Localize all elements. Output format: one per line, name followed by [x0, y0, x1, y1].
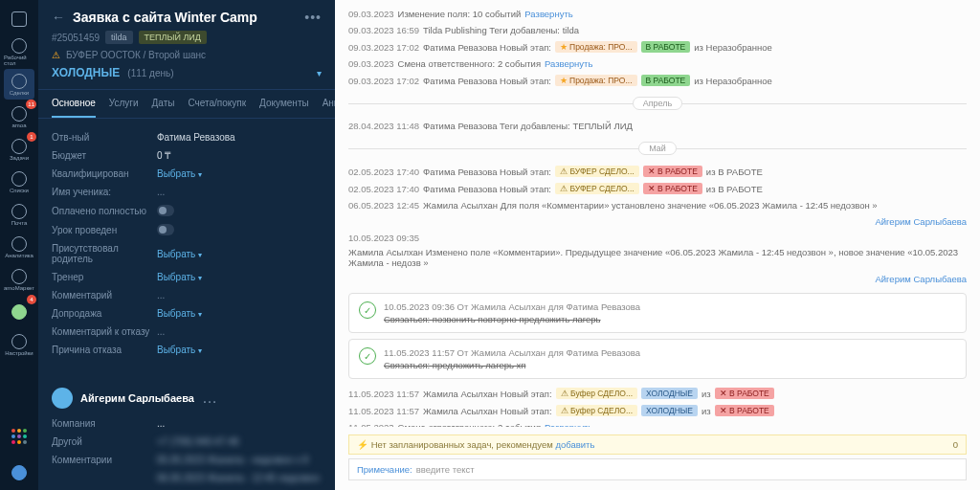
timeline-event: 09.03.2023 16:59 Tilda Publishing Теги д… — [348, 22, 967, 38]
analytics-icon — [11, 236, 27, 252]
market-icon — [11, 269, 27, 284]
deal-id: #25051459 — [52, 33, 100, 43]
check-icon: ✓ — [359, 301, 376, 319]
field-label: Тренер — [52, 272, 157, 282]
timeline-event: 11.05.2023 11:57 Жамила Асылхан Новый эт… — [348, 385, 967, 402]
event-user-link[interactable]: Айгерим Сарлыбаева — [348, 213, 967, 230]
apps-icon[interactable] — [6, 423, 33, 450]
field-select[interactable]: Выбрать ▾ — [157, 168, 322, 179]
tab-invoices[interactable]: Счета/покупк — [188, 90, 246, 118]
status-chip: ⚠ Буфер СДЕЛО... — [556, 405, 637, 416]
expand-link[interactable]: Развернуть — [545, 58, 592, 69]
field-value[interactable]: Фатима Ревазова — [157, 132, 322, 143]
status-chip: ★ Продажа: ПРО... — [555, 75, 637, 86]
user-icon — [11, 304, 27, 320]
pipeline-label: БУФЕР ООСТОК / Второй шанс — [66, 50, 206, 60]
timeline-event: 09.03.2023 17:02 Фатима Ревазова Новый э… — [348, 72, 967, 89]
toggle[interactable] — [157, 205, 174, 216]
deals-icon — [11, 74, 27, 89]
tab-main[interactable]: Основное — [52, 90, 96, 118]
field-select[interactable]: Выбрать ▾ — [157, 249, 322, 259]
toggle[interactable] — [157, 224, 174, 235]
tasks-icon — [11, 139, 27, 154]
contact-field[interactable]: ... — [157, 418, 322, 429]
timeline: 09.03.2023 Изменение поля: 10 событий Ра… — [335, 0, 980, 490]
sidebar-item-lists[interactable]: Списки — [4, 167, 34, 197]
badge: 1 — [27, 132, 36, 142]
stage-selector[interactable]: ХОЛОДНЫЕ (111 день) ▾ — [52, 66, 322, 79]
nav-sidebar: Рабочий стол Сделки amoa11 Задачи1 Списк… — [0, 0, 38, 490]
contact-field[interactable]: +7 (706) 940-47-46 — [157, 436, 322, 447]
add-task-link[interactable]: добавить — [555, 439, 594, 450]
tab-docs[interactable]: Документы — [259, 90, 309, 118]
status-chip: ХОЛОДНЫЕ — [641, 388, 698, 399]
field-label: Комментарий — [52, 290, 157, 301]
timeline-event: 11.05.2023 11:57 Жамила Асылхан Новый эт… — [348, 402, 967, 419]
field-value[interactable]: ... — [157, 187, 322, 197]
lists-icon — [11, 171, 27, 187]
source-tag[interactable]: tilda — [105, 31, 133, 44]
chat-icon — [11, 106, 27, 122]
task-card[interactable]: ✓10.05.2023 09:36 От Жамила Асылхан для … — [348, 293, 967, 333]
expand-link[interactable]: Развернуть — [524, 9, 572, 19]
contact-section[interactable]: Айгерим Сарлыбаева … — [52, 378, 322, 414]
field-select[interactable]: Выбрать ▾ — [157, 345, 322, 355]
chevron-down-icon: ▾ — [317, 68, 322, 78]
field-select[interactable]: Выбрать ▾ — [157, 272, 322, 282]
sidebar-item-mail[interactable]: Почта — [4, 199, 34, 230]
sidebar-item-market[interactable]: amoМаркет — [4, 264, 34, 295]
more-menu-icon[interactable]: ••• — [304, 10, 322, 25]
status-chip: ✕ В РАБОТЕ — [643, 183, 702, 194]
sidebar-item-settings[interactable]: Настройки — [4, 329, 34, 360]
task-card[interactable]: ✓11.05.2023 11:57 От Жамила Асылхан для … — [348, 339, 967, 379]
warning-counter: 0 — [953, 439, 958, 450]
sidebar-item-analytics[interactable]: Аналитика — [4, 232, 34, 262]
no-tasks-warning: ⚡ Нет запланированных задач, рекомендуем… — [348, 434, 967, 455]
sidebar-item-deals[interactable]: Сделки — [4, 69, 34, 100]
field-label: Бюджет — [52, 150, 157, 161]
status-chip: ✕ В РАБОТЕ — [715, 388, 774, 399]
contact-name: Айгерим Сарлыбаева — [80, 392, 194, 404]
status-chip: ⚠ БУФЕР СДЕЛО... — [555, 183, 639, 194]
contact-field[interactable]: 05.05.2023 Жанила - недозвон х 8 — [157, 455, 322, 465]
stage-name: ХОЛОДНЫЕ — [52, 66, 120, 79]
gear-icon — [11, 334, 27, 349]
sidebar-item-user[interactable]: 4 — [4, 297, 34, 327]
field-label: Отв-ный — [52, 132, 157, 143]
back-button[interactable]: ← — [52, 10, 65, 25]
timeline-event: 28.04.2023 11:48 Фатима Ревазова Теги до… — [348, 118, 967, 134]
timeline-event: 09.03.2023 Смена ответственного: 2 событ… — [348, 56, 967, 72]
badge: 4 — [27, 295, 36, 304]
field-label: Оплачено полностью — [52, 206, 157, 216]
field-value[interactable]: ... — [157, 290, 322, 301]
bulb-icon[interactable] — [6, 459, 33, 486]
field-value[interactable]: ... — [157, 326, 322, 337]
sidebar-item-tasks[interactable]: Задачи1 — [4, 134, 34, 165]
sidebar-item-bag[interactable] — [4, 4, 34, 34]
desktop-icon — [11, 38, 27, 54]
tab-dates[interactable]: Даты — [152, 90, 175, 118]
status-chip: ★ Продажа: ПРО... — [555, 41, 637, 53]
panel-tabs: Основное Услуги Даты Счета/покупк Докуме… — [38, 90, 335, 119]
month-divider: Апрель — [633, 97, 683, 110]
check-icon: ✓ — [359, 347, 376, 365]
note-input[interactable]: Примечание:введите текст — [348, 458, 967, 480]
avatar — [52, 388, 73, 409]
sidebar-item-desktop[interactable]: Рабочий стол — [4, 36, 34, 67]
sidebar-item-chat[interactable]: amoa11 — [4, 101, 34, 132]
timeline-event: 02.05.2023 17:40 Фатима Ревазова Новый э… — [348, 180, 967, 197]
field-label: Имя ученика: — [52, 187, 157, 197]
contact-field[interactable]: 06.05.2023 Жанила - 12:45 недозвон — [157, 473, 322, 483]
status-chip: ✕ В РАБОТЕ — [715, 405, 774, 416]
status-chip: ✕ В РАБОТЕ — [643, 166, 702, 177]
warm-tag[interactable]: ТЕПЛЫЙ ЛИД — [139, 31, 207, 44]
status-chip: В РАБОТЕ — [641, 75, 691, 86]
field-label: Причина отказа — [52, 345, 157, 355]
field-label: Квалифицирован — [52, 168, 157, 179]
field-value[interactable]: 0 ₸ — [157, 150, 322, 161]
tab-form[interactable]: Анкета — [323, 90, 335, 118]
event-user-link[interactable]: Айгерим Сарлыбаева — [348, 271, 967, 287]
field-select[interactable]: Выбрать ▾ — [157, 308, 322, 319]
warning-icon: ⚠ — [52, 50, 60, 60]
tab-services[interactable]: Услуги — [109, 90, 139, 118]
